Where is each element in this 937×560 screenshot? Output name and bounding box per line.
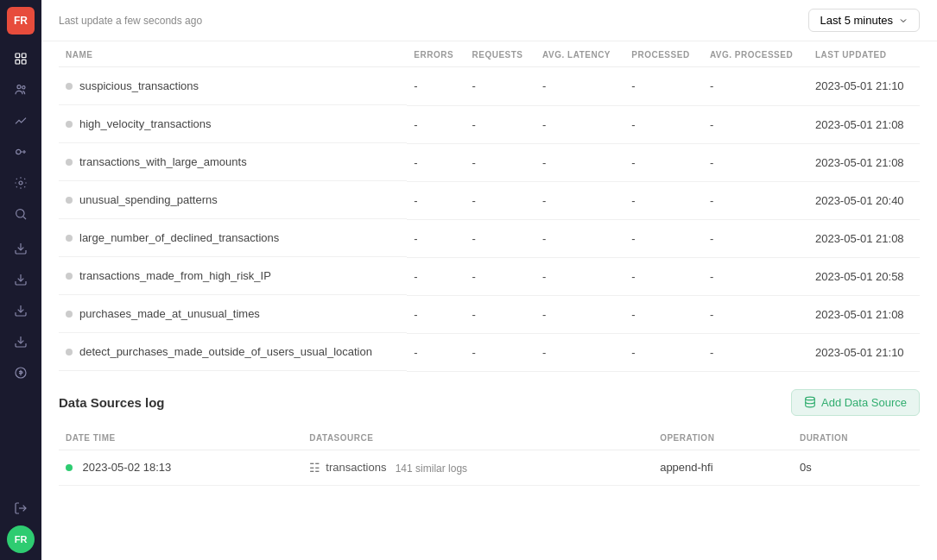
row-status-dot [66,121,73,128]
table-row[interactable]: transactions_with_large_amounts - - - - … [59,143,920,181]
row-last-updated: 2023-05-01 21:08 [808,295,920,333]
log-col-datasource: DATASOURCE [302,426,653,450]
sidebar-item-coin[interactable] [7,359,35,387]
row-processed: - [624,67,703,106]
svg-point-4 [17,85,21,89]
row-errors: - [407,295,465,333]
main-content: Last update a few seconds ago Last 5 min… [41,0,937,560]
table-row[interactable]: purchases_made_at_unusual_times - - - - … [59,295,920,333]
table-row[interactable]: transactions_made_from_high_risk_IP - - … [59,257,920,295]
row-requests: - [465,105,536,143]
row-avg-processed: - [703,333,808,371]
row-avg-processed: - [703,67,808,106]
row-processed: - [624,181,703,219]
sidebar-item-users[interactable] [7,76,35,104]
log-table-row[interactable]: 2023-05-02 18:13 ☷ transactions 141 simi… [59,450,920,485]
add-datasource-button[interactable]: Add Data Source [791,389,920,416]
row-avg-latency: - [535,105,624,143]
table-row[interactable]: unusual_spending_patterns - - - - - 2023… [59,181,920,219]
svg-point-6 [16,149,21,154]
svg-point-8 [16,210,24,217]
row-last-updated: 2023-05-01 20:40 [808,181,920,219]
content-area: NAME ERRORS REQUESTS AVG. LATENCY PROCES… [41,41,937,560]
sidebar-item-download4[interactable] [7,328,35,356]
log-duration: 0s [793,450,920,485]
log-operation: append-hfi [653,450,793,485]
sidebar-user-avatar[interactable]: FR [7,525,35,553]
col-last-updated: LAST UPDATED [808,41,920,67]
row-avg-latency: - [535,295,624,333]
row-errors: - [407,181,465,219]
row-status-dot [66,311,73,318]
row-errors: - [407,67,465,106]
row-requests: - [465,295,536,333]
last-update-label: Last update a few seconds ago [59,15,202,27]
col-avg-processed: AVG. PROCESSED [703,41,808,67]
row-errors: - [407,333,465,371]
row-errors: - [407,219,465,257]
row-avg-latency: - [535,181,624,219]
log-datetime: 2023-05-02 18:13 [59,450,302,485]
row-avg-latency: - [535,143,624,181]
svg-point-15 [806,397,815,400]
time-filter-button[interactable]: Last 5 minutes [808,9,920,32]
sidebar-logo[interactable]: FR [7,7,35,35]
header-bar: Last update a few seconds ago Last 5 min… [41,0,937,41]
row-requests: - [465,67,536,106]
row-processed: - [624,143,703,181]
table-row[interactable]: high_velocity_transactions - - - - - 202… [59,105,920,143]
row-avg-processed: - [703,181,808,219]
sidebar-item-download2[interactable] [7,266,35,293]
row-name: high_velocity_transactions [79,117,211,130]
row-requests: - [465,333,536,371]
row-errors: - [407,257,465,295]
row-name: transactions_made_from_high_risk_IP [79,269,271,282]
row-name: unusual_spending_patterns [79,193,218,206]
row-last-updated: 2023-05-01 21:08 [808,105,920,143]
col-requests: REQUESTS [465,41,536,67]
row-avg-processed: - [703,295,808,333]
sidebar-item-dashboard[interactable] [7,45,35,72]
sidebar-item-download3[interactable] [7,297,35,324]
table-row[interactable]: large_number_of_declined_transactions - … [59,219,920,257]
sidebar-item-settings[interactable] [7,169,35,197]
sidebar-item-logout[interactable] [7,494,35,522]
col-avg-latency: AVG. LATENCY [535,41,624,67]
row-avg-latency: - [535,333,624,371]
sidebar-item-key[interactable] [7,138,35,166]
datasources-log-section: Data Sources log Add Data Source [59,372,920,426]
sidebar-item-download1[interactable] [7,235,35,262]
row-last-updated: 2023-05-01 21:08 [808,143,920,181]
table-row[interactable]: suspicious_transactions - - - - - 2023-0… [59,67,920,106]
log-status-dot [66,464,73,471]
sidebar-item-chart[interactable] [7,107,35,135]
row-name: purchases_made_at_unusual_times [79,307,260,320]
row-status-dot [66,197,73,204]
svg-rect-0 [16,53,20,58]
row-requests: - [465,143,536,181]
log-table: DATE TIME DATASOURCE OPERATION DURATION … [59,426,920,486]
rules-table: NAME ERRORS REQUESTS AVG. LATENCY PROCES… [59,41,920,372]
row-name: detect_purchases_made_outside_of_users_u… [79,345,372,358]
log-col-datetime: DATE TIME [59,426,302,450]
svg-rect-2 [16,60,20,64]
svg-point-5 [22,86,25,89]
time-filter-label: Last 5 minutes [820,14,893,27]
row-processed: - [624,295,703,333]
table-row[interactable]: detect_purchases_made_outside_of_users_u… [59,333,920,371]
datasources-log-title: Data Sources log [59,395,165,410]
row-last-updated: 2023-05-01 20:58 [808,257,920,295]
row-status-dot [66,235,73,242]
row-status-dot [66,273,73,280]
log-col-operation: OPERATION [653,426,793,450]
row-status-dot [66,159,73,166]
row-processed: - [624,333,703,371]
add-datasource-label: Add Data Source [821,396,907,409]
row-avg-latency: - [535,219,624,257]
row-avg-processed: - [703,219,808,257]
row-name: transactions_with_large_amounts [79,155,247,168]
sidebar-item-search[interactable] [7,200,35,228]
row-requests: - [465,181,536,219]
svg-rect-3 [22,60,26,64]
col-name: NAME [59,41,407,67]
